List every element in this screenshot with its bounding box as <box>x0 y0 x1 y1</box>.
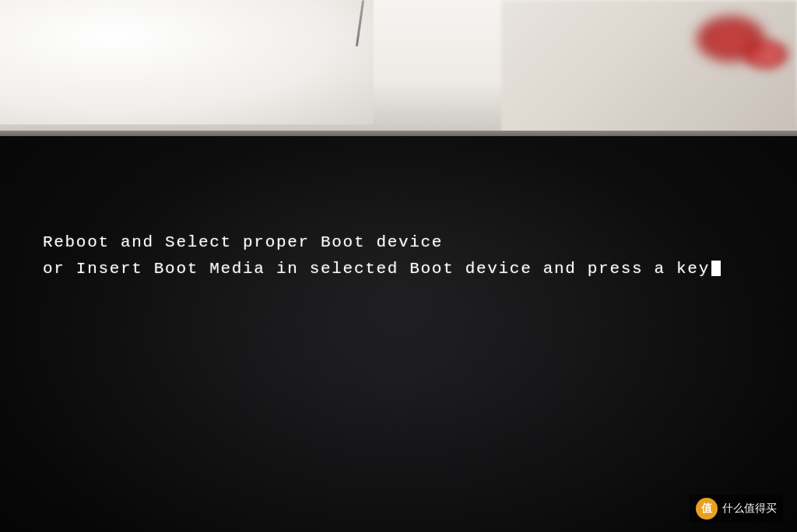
bios-line-2-text: or Insert Boot Media in selected Boot de… <box>43 260 710 278</box>
screen-reflection <box>0 136 797 532</box>
monitor-screen: Reboot and Select proper Boot device or … <box>0 136 797 532</box>
watermark-site-name: 什么值得买 <box>722 502 777 516</box>
watermark-logo: 值 <box>696 498 718 520</box>
background-light <box>0 0 374 124</box>
bios-message-container: Reboot and Select proper Boot device or … <box>43 229 754 282</box>
watermark-logo-text: 值 <box>701 502 712 516</box>
bios-line-1: Reboot and Select proper Boot device <box>43 229 754 256</box>
bios-cursor <box>711 261 721 276</box>
bios-line-2: or Insert Boot Media in selected Boot de… <box>43 256 754 282</box>
background-area <box>0 0 797 136</box>
watermark-container: 值 什么值得买 <box>690 495 783 523</box>
background-red-object-2 <box>743 39 789 70</box>
